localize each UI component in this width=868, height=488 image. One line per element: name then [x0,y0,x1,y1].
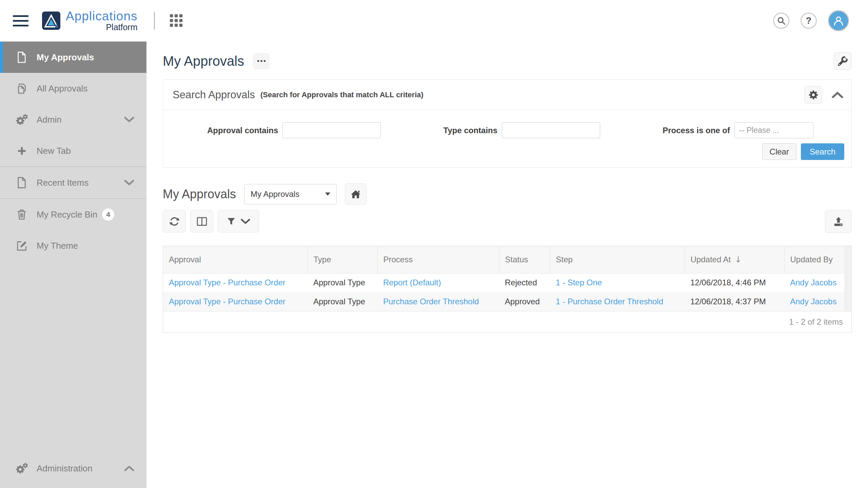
page-options-button[interactable] [253,53,270,69]
chevron-up-icon [124,465,134,471]
page-settings-button[interactable] [834,52,852,70]
approval-contains-label: Approval contains [207,126,278,135]
edit-icon [16,240,28,251]
column-header-status[interactable]: Status [499,246,550,273]
updated-by-link[interactable]: Andy Jacobs [790,297,836,306]
process-link[interactable]: Purchase Order Threshold [383,297,479,306]
upload-icon [833,216,844,227]
sidebar-item-label: My Approvals [37,52,94,63]
clear-button[interactable]: Clear [762,143,796,160]
view-selector-value: My Approvals [251,189,299,199]
process-link[interactable]: Report (Default) [383,278,441,287]
gear-icon [808,89,819,100]
sidebar-item-label: All Approvals [37,83,87,94]
gears-icon [16,463,28,474]
search-panel-subtitle: (Search for Approvals that match ALL cri… [260,90,423,99]
refresh-icon [169,216,180,227]
filter-button[interactable] [218,210,259,232]
column-header-updated-by[interactable]: Updated By [784,246,845,273]
main-content: My Approvals Search Approvals (Search fo… [146,41,868,488]
caret-down-icon [325,192,330,196]
chevron-down-icon [124,117,134,123]
approval-link[interactable]: Approval Type - Purchase Order [169,278,285,287]
column-header-step[interactable]: Step [550,246,685,273]
person-icon [832,15,845,27]
sidebar-item-all-approvals[interactable]: All Approvals [0,73,146,104]
default-view-home-button[interactable] [345,183,367,205]
filter-funnel-icon [227,217,236,226]
search-icon [777,16,786,25]
step-link[interactable]: 1 - Purchase Order Threshold [556,297,663,306]
sidebar-item-new-tab[interactable]: New Tab [0,135,146,166]
app-grid-icon[interactable] [170,14,183,27]
table-row: Approval Type - Purchase Order Approval … [163,273,845,292]
page-title: My Approvals [163,54,244,69]
table-header-row: Approval Type Process Status Step Update… [163,246,845,273]
wrench-icon [837,55,849,67]
home-icon [350,189,361,200]
step-link[interactable]: 1 - Step One [556,278,602,287]
approval-contains-field: Approval contains [207,122,381,138]
collapse-panel-button[interactable] [832,92,843,98]
sort-descending-icon: ↓ [735,255,742,264]
refresh-button[interactable] [163,210,186,232]
updated-at-cell: 12/06/2018, 4:46 PM [685,273,784,292]
status-cell: Approved [499,292,550,311]
approval-link[interactable]: Approval Type - Purchase Order [169,297,285,306]
my-approvals-grid-section: My Approvals My Approvals [163,183,852,333]
search-button[interactable]: Search [801,143,844,160]
file-icon [16,52,28,63]
column-header-label: Updated At [691,255,731,264]
chevron-down-icon [241,219,250,224]
search-panel-title: Search Approvals [173,89,255,101]
gears-icon [16,114,28,125]
global-search-button[interactable] [773,13,789,29]
logo-title: Applications [66,10,138,22]
type-cell: Approval Type [308,292,377,311]
question-mark-icon: ? [806,16,812,26]
process-is-one-of-field: Process is one of [663,122,813,138]
sidebar-item-administration[interactable]: Administration [0,453,146,484]
sidebar-item-my-recycle-bin[interactable]: My Recycle Bin 4 [0,199,146,230]
hamburger-menu-icon[interactable] [13,15,28,26]
trash-icon [16,209,28,220]
type-contains-label: Type contains [443,126,498,135]
updated-by-link[interactable]: Andy Jacobs [790,278,836,287]
process-label: Process is one of [663,126,730,135]
type-contains-input[interactable] [502,122,600,138]
sidebar-item-my-theme[interactable]: My Theme [0,230,146,261]
applications-platform-logo-icon [42,12,60,30]
file-icon [16,177,28,188]
search-settings-button[interactable] [804,86,822,104]
column-header-updated-at[interactable]: Updated At↓ [685,246,784,273]
sidebar-item-recent-items[interactable]: Recent Items [0,167,146,198]
pagination-summary: 1 - 2 of 2 items [789,317,843,327]
recycle-bin-count-badge: 4 [102,208,114,221]
type-cell: Approval Type [308,273,377,292]
table-scrollbar-track[interactable] [845,246,851,311]
sidebar-item-label: My Theme [37,241,78,251]
user-avatar[interactable] [828,10,849,31]
top-bar: Applications Platform ? [0,0,868,41]
sidebar-item-label: Recent Items [37,178,88,188]
search-approvals-panel: Search Approvals (Search for Approvals t… [163,79,852,168]
help-button[interactable]: ? [801,13,817,29]
topbar-divider [154,12,155,29]
column-header-type[interactable]: Type [308,246,377,273]
approvals-table-block: Approval Type Process Status Step Update… [163,246,852,333]
sidebar-item-label: New Tab [37,146,71,156]
approval-contains-input[interactable] [282,122,381,138]
export-button[interactable] [825,210,852,233]
status-cell: Rejected [499,273,550,292]
sidebar-item-admin[interactable]: Admin [0,104,146,135]
columns-button[interactable] [190,210,213,232]
column-header-approval[interactable]: Approval [163,246,308,273]
sidebar-item-label: My Recycle Bin [37,209,97,220]
updated-at-cell: 12/06/2018, 4:37 PM [685,292,784,311]
approvals-table: Approval Type Process Status Step Update… [163,246,845,311]
column-header-process[interactable]: Process [377,246,499,273]
app-logo[interactable]: Applications Platform [42,10,138,32]
process-select-input[interactable] [734,122,813,138]
view-selector[interactable]: My Approvals [244,184,337,204]
sidebar-item-my-approvals[interactable]: My Approvals [0,42,146,73]
